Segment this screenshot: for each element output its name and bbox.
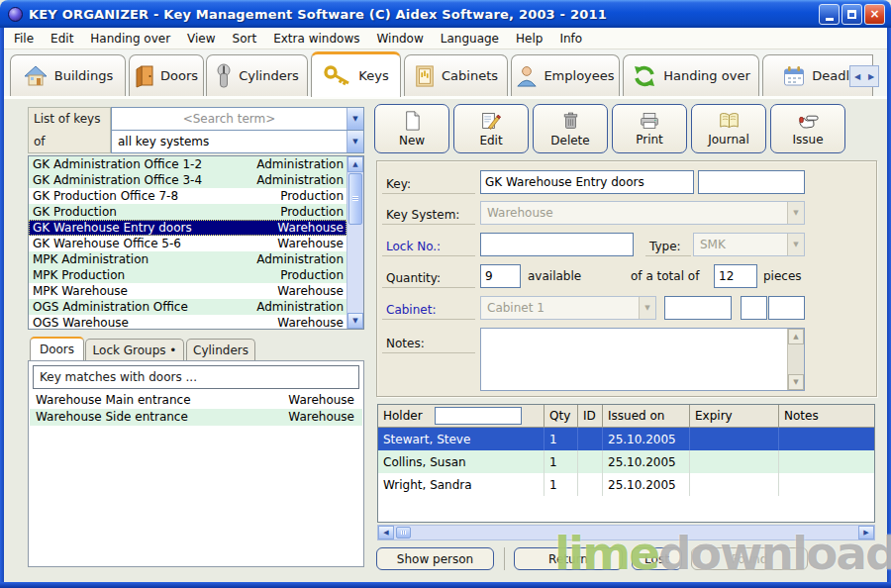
window-border-bottom (0, 582, 891, 588)
subtab-cylinders[interactable]: Cylinders (186, 339, 255, 360)
subtab-lock-groups[interactable]: Lock Groups • (85, 339, 184, 360)
of-a-total-of-text: of a total of (631, 269, 699, 283)
keys-icon (323, 65, 352, 87)
tab-cabinets[interactable]: Cabinets (404, 54, 508, 96)
journal-button[interactable]: Journal (691, 104, 766, 153)
tab-scroll-left-icon[interactable]: ◀ (850, 66, 864, 86)
menu-sort[interactable]: Sort (233, 32, 257, 46)
search-dropdown-arrow-icon[interactable]: ▼ (346, 108, 363, 130)
keys-list-item[interactable]: MPK WarehouseWarehouse (29, 283, 346, 299)
keys-list-item[interactable]: OGS WarehouseWarehouse (29, 315, 346, 329)
close-button[interactable]: × (864, 4, 885, 25)
holder-filter-input[interactable] (435, 407, 522, 425)
hscrollbar-thumb[interactable] (396, 527, 411, 539)
tab-scroll-right-icon[interactable]: ▶ (864, 66, 878, 86)
maximize-button[interactable] (842, 4, 862, 25)
keys-list-item[interactable]: GK Warehouse Office 5-6Warehouse (29, 236, 346, 251)
holder-row[interactable]: Collins, Susan 1 25.10.2005 (378, 450, 874, 473)
show-person-button[interactable]: Show person (376, 547, 494, 570)
edit-button[interactable]: Edit (453, 104, 529, 153)
menu-language[interactable]: Language (441, 32, 499, 46)
lost-button[interactable]: Lost (632, 547, 682, 570)
menu-extra-windows[interactable]: Extra windows (273, 32, 359, 46)
col-issued-on[interactable]: Issued on (603, 405, 690, 427)
new-button[interactable]: New (374, 104, 449, 153)
cabinet-field-2[interactable] (741, 296, 767, 320)
menu-window[interactable]: Window (376, 32, 423, 46)
keys-list-item[interactable]: OGS Administration OfficeAdministration (29, 299, 346, 315)
lock-no-link-label[interactable]: Lock No.: (382, 233, 475, 256)
subtab-doors[interactable]: Doors (30, 337, 84, 360)
tab-cylinders[interactable]: Cylinders (206, 54, 308, 96)
keys-list: GK Administration Office 1-2Administrati… (28, 155, 364, 330)
search-term-combo[interactable]: <Search term> ▼ (111, 107, 364, 131)
keys-list-item[interactable]: MPK AdministrationAdministration (29, 251, 346, 267)
col-id[interactable]: ID (578, 405, 603, 427)
scroll-up-icon[interactable]: ▲ (347, 156, 363, 172)
scroll-left-icon[interactable]: ◀ (378, 526, 394, 539)
scroll-right-icon[interactable]: ▶ (858, 526, 874, 539)
keys-list-item[interactable]: GK Administration Office 1-2Administrati… (29, 156, 346, 172)
key-name-input[interactable] (480, 170, 694, 194)
lock-no-input[interactable] (480, 233, 634, 256)
keys-list-item[interactable]: GK ProductionProduction (29, 204, 346, 220)
col-qty[interactable]: Qty (544, 405, 578, 427)
holder-row-selected[interactable]: Stewart, Steve 1 25.10.2005 (378, 428, 874, 450)
journal-icon (719, 112, 740, 130)
holder-row[interactable]: Wright, Sandra 1 25.10.2005 (378, 473, 874, 496)
col-expiry[interactable]: Expiry (690, 405, 779, 427)
return-button[interactable]: Return (514, 547, 623, 570)
of-label: of (28, 130, 111, 153)
found-button[interactable]: Found (691, 547, 808, 570)
tab-handing-over[interactable]: Handing over (623, 54, 759, 96)
tab-label: Handing over (663, 68, 749, 83)
keys-list-item[interactable]: MPK ProductionProduction (29, 267, 346, 283)
notes-textarea[interactable]: ▲ ▼ (480, 328, 805, 391)
title-bar[interactable]: KEY ORGANIZER - Key Management Software … (0, 0, 891, 28)
cabinet-link-label[interactable]: Cabinet: (382, 296, 475, 320)
cabinet-field-3[interactable] (768, 296, 805, 320)
keys-list-item[interactable]: GK Production Office 7-8Production (29, 188, 346, 204)
available-text: available (528, 269, 581, 283)
notes-scroll-down-icon[interactable]: ▼ (788, 374, 804, 390)
print-icon (640, 112, 659, 130)
notes-scroll-up-icon[interactable]: ▲ (788, 329, 804, 344)
tab-label: Employees (544, 68, 614, 83)
menu-edit[interactable]: Edit (50, 32, 73, 46)
holder-table-hscrollbar[interactable]: ◀ ▶ (377, 525, 875, 540)
quantity-available-input[interactable] (480, 264, 521, 288)
keys-list-item[interactable]: GK Administration Office 3-4Administrati… (29, 172, 346, 188)
door-list-item[interactable]: Warehouse Side entranceWarehouse (30, 409, 362, 426)
quantity-total-input[interactable] (714, 264, 757, 288)
menu-help[interactable]: Help (516, 32, 543, 46)
type-value: SMK (694, 234, 787, 255)
system-dropdown-arrow-icon[interactable]: ▼ (346, 131, 363, 152)
tab-label: Doors (160, 68, 198, 83)
menu-view[interactable]: View (187, 32, 215, 46)
tab-employees[interactable]: Employees (511, 54, 620, 96)
key-name2-input[interactable] (698, 170, 805, 194)
tab-doors[interactable]: Doors (129, 54, 204, 96)
menu-handing-over[interactable]: Handing over (90, 32, 170, 46)
col-notes[interactable]: Notes (779, 405, 874, 427)
cabinet-field-1[interactable] (664, 296, 732, 320)
minimize-button[interactable] (819, 4, 840, 25)
issue-button[interactable]: Issue (770, 104, 845, 153)
tab-keys[interactable]: Keys (311, 51, 401, 97)
keys-list-item-selected[interactable]: GK Warehouse Entry doorsWarehouse (29, 220, 346, 236)
key-system-filter-combo[interactable]: all key systems ▼ (111, 130, 364, 153)
scrollbar-thumb[interactable] (348, 173, 362, 225)
menu-info[interactable]: Info (559, 32, 582, 46)
keys-list-scrollbar[interactable]: ▲ ▼ (346, 156, 363, 329)
holder-table: Holder Qty ID Issued on Expiry Notes Ste… (377, 404, 875, 523)
main-tab-bar: Buildings Doors Cylinders Keys Cabinets … (4, 49, 887, 96)
door-list-item[interactable]: Warehouse Main entranceWarehouse (30, 392, 362, 409)
notes-scrollbar[interactable]: ▲ ▼ (787, 329, 804, 390)
print-button[interactable]: Print (612, 104, 687, 153)
menu-file[interactable]: File (14, 32, 34, 46)
delete-button[interactable]: Delete (533, 104, 608, 153)
tab-buildings[interactable]: Buildings (10, 54, 126, 96)
quantity-label: Quantity: (382, 264, 475, 288)
key-system-arrow-icon: ▼ (787, 202, 804, 224)
scroll-down-icon[interactable]: ▼ (347, 313, 363, 329)
